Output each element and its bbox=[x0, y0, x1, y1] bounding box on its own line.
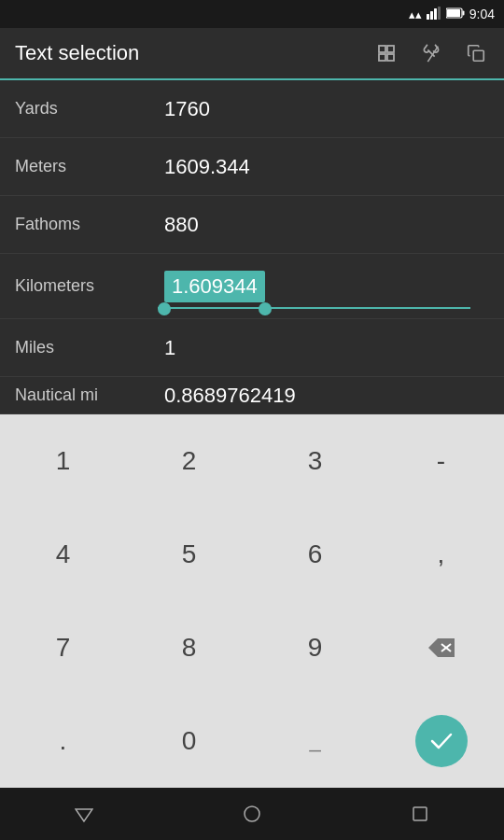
top-bar-actions bbox=[366, 33, 504, 74]
selection-line bbox=[158, 307, 470, 309]
status-time: 9:04 bbox=[469, 7, 495, 21]
kilometers-label: Kilometers bbox=[15, 276, 164, 296]
key-backspace[interactable] bbox=[378, 601, 504, 694]
key-comma[interactable]: , bbox=[378, 508, 504, 601]
miles-row[interactable]: Miles 1 bbox=[0, 319, 504, 377]
key-8[interactable]: 8 bbox=[126, 601, 252, 694]
battery-icon bbox=[446, 7, 465, 21]
svg-rect-18 bbox=[413, 807, 427, 820]
key-2[interactable]: 2 bbox=[126, 414, 252, 508]
fathoms-row[interactable]: Fathoms 880 bbox=[0, 196, 504, 254]
yards-row[interactable]: Yards 1760 bbox=[0, 80, 504, 138]
fathoms-label: Fathoms bbox=[15, 215, 164, 234]
status-icons: ▴▴ 9:04 bbox=[409, 7, 495, 22]
kilometers-value: 1.609344 bbox=[172, 274, 258, 299]
svg-rect-6 bbox=[447, 9, 460, 17]
signal-icon bbox=[427, 7, 441, 22]
key-9[interactable]: 9 bbox=[252, 601, 378, 694]
status-bar: ▴▴ 9:04 bbox=[0, 0, 504, 28]
key-7[interactable]: 7 bbox=[0, 601, 126, 694]
yards-label: Yards bbox=[15, 99, 164, 119]
svg-rect-7 bbox=[379, 46, 385, 52]
selection-handle-left[interactable] bbox=[158, 302, 171, 315]
home-button[interactable] bbox=[233, 795, 271, 833]
svg-rect-5 bbox=[462, 10, 464, 15]
miles-label: Miles bbox=[15, 338, 164, 357]
yards-value: 1760 bbox=[164, 97, 489, 121]
svg-point-17 bbox=[245, 806, 259, 821]
svg-rect-13 bbox=[473, 50, 483, 61]
top-bar: Text selection bbox=[0, 28, 504, 80]
key-0[interactable]: 0 bbox=[126, 694, 252, 788]
meters-label: Meters bbox=[15, 157, 164, 176]
nautical-row[interactable]: Nautical mi 0.8689762419 bbox=[0, 377, 504, 414]
fathoms-value: 880 bbox=[164, 213, 489, 237]
key-minus[interactable]: - bbox=[378, 414, 504, 508]
key-5[interactable]: 5 bbox=[126, 508, 252, 601]
svg-rect-1 bbox=[430, 11, 433, 20]
selection-handle-right[interactable] bbox=[259, 302, 272, 315]
cut-icon[interactable] bbox=[411, 33, 452, 74]
key-dot[interactable]: . bbox=[0, 694, 126, 788]
svg-rect-0 bbox=[427, 14, 429, 20]
recent-button[interactable] bbox=[401, 795, 439, 833]
wifi-icon: ▴▴ bbox=[409, 7, 422, 21]
svg-marker-16 bbox=[76, 809, 92, 821]
svg-rect-3 bbox=[438, 7, 441, 20]
key-confirm[interactable] bbox=[415, 715, 468, 767]
kilometers-row[interactable]: Kilometers 1.609344 bbox=[0, 254, 504, 319]
svg-rect-8 bbox=[379, 54, 385, 61]
svg-rect-9 bbox=[387, 46, 394, 52]
svg-rect-10 bbox=[387, 54, 394, 61]
key-underscore[interactable]: _ bbox=[252, 694, 378, 788]
nautical-value: 0.8689762419 bbox=[164, 384, 489, 408]
page-title: Text selection bbox=[15, 41, 366, 65]
nav-bar bbox=[0, 788, 504, 840]
miles-value: 1 bbox=[164, 336, 489, 360]
selected-value-container: 1.609344 bbox=[164, 271, 265, 302]
meters-row[interactable]: Meters 1609.344 bbox=[0, 138, 504, 196]
select-all-icon[interactable] bbox=[366, 33, 407, 74]
meters-value: 1609.344 bbox=[164, 155, 489, 179]
back-button[interactable] bbox=[65, 795, 103, 833]
svg-line-12 bbox=[427, 47, 438, 62]
key-6[interactable]: 6 bbox=[252, 508, 378, 601]
key-3[interactable]: 3 bbox=[252, 414, 378, 508]
key-4[interactable]: 4 bbox=[0, 508, 126, 601]
key-1[interactable]: 1 bbox=[0, 414, 126, 508]
conversion-list: Yards 1760 Meters 1609.344 Fathoms 880 K… bbox=[0, 80, 504, 414]
copy-icon[interactable] bbox=[455, 33, 497, 74]
nautical-label: Nautical mi bbox=[15, 385, 164, 405]
confirm-cell bbox=[378, 694, 504, 788]
numpad: 1 2 3 - 4 5 6 , 7 8 9 . 0 _ bbox=[0, 414, 504, 788]
svg-rect-2 bbox=[434, 8, 437, 20]
